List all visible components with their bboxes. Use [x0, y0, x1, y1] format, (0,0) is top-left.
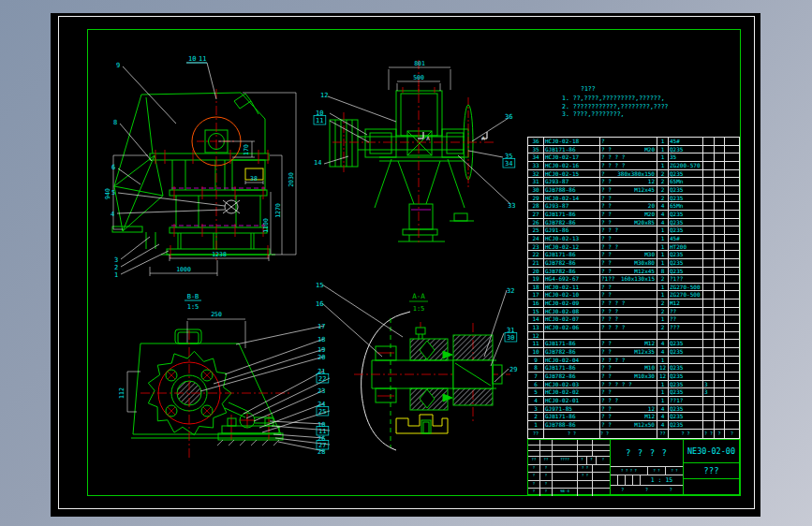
bom-header-cell: ? ? — [600, 430, 657, 438]
cad-viewport: { "notes": { "title": "?1??", "lines": [… — [0, 0, 812, 526]
bom-row: 34HCJ0-02-17? ? ? ?135 — [528, 153, 739, 162]
bom-row: 23HCJ0-02-12? ? ?1HT200 — [528, 243, 739, 252]
bom-row: 11GJB171-86? ?M124Q235 — [528, 340, 739, 348]
bom-row: 19HG4-692-67?1??160x130x152?1?? — [528, 275, 739, 284]
stage-mark-cell — [633, 475, 641, 485]
stage-cell: ? ? ? ? — [611, 467, 648, 475]
technical-notes: ?1?? 1. ??,????,?????????,??????,2. ????… — [562, 85, 702, 118]
stage-mark-cell — [626, 475, 633, 485]
titleblock-middle: ? ? ? ? ? ? ? ?? ?? ? 1 : 15 ??? — [610, 440, 683, 494]
bom-row: 13HCJ0-02-06? ? ? ?2??? — [528, 324, 739, 332]
bom-row: 36HCJ0-02-18?145# — [528, 138, 739, 146]
bom-row: 35GJB171-86? ?M201Q235 — [528, 146, 739, 154]
note-line: 3. ????,????????, — [562, 110, 702, 118]
bom-row: 8GJB171-86? ?M1012Q235 — [528, 364, 739, 373]
stage-cell: ? ? — [666, 467, 683, 475]
bom-row: 26GJB782-86? ?M20x854Q235 — [528, 219, 739, 227]
sheet-count-cell: ? — [621, 486, 624, 494]
notes-title: ?1?? — [581, 85, 702, 93]
titleblock-row: ?? — [528, 481, 610, 489]
bom-row: 9HCJ0-02-04? ? ? ?1 — [528, 357, 739, 365]
bom-row: 22GJB171-86? ?M301Q235 — [528, 251, 739, 259]
bom-row: 17HCJ0-02-10? ?1ZG270-500 — [528, 291, 739, 300]
sheet-name: ??? — [684, 463, 739, 479]
bom-row: 21GJB782-86? ?M30x801Q235 — [528, 259, 739, 268]
bom-header-cell: ? — [725, 430, 739, 438]
bom-row: 33HCJ0-02-16? ? ? ?1ZG200-570 — [528, 162, 739, 170]
bom-row: 4HCJ0-02-01? ? ?1??1? — [528, 397, 739, 405]
scale-value: 1 : 15 — [641, 475, 683, 485]
bom-row: 18HCJ0-02-11? ?1ZG270-500 — [528, 284, 739, 292]
bom-row: 30GJB788-86? ?M12x452Q235 — [528, 186, 739, 195]
titleblock-row: ??? ? — [528, 465, 610, 473]
bom-header-row: ??? ?? ???? ?? ??? — [527, 429, 740, 439]
bom-row: 3GJ971-85? ?124Q235 — [528, 405, 739, 414]
sheet-count-cell: ? — [670, 486, 672, 494]
bom-row: 5HCJ0-02-02? ?1Q2353 — [528, 388, 739, 397]
bom-row: 12 — [528, 332, 739, 341]
bom-row: 27GJB171-86? ?M204Q235 — [528, 211, 739, 219]
stage-cell: ? ? — [648, 467, 666, 475]
bom-row: 24HCJ0-02-13? ?145# — [528, 235, 739, 243]
bom-header-cell: ? — [715, 430, 725, 438]
bom-row: 10GJB782-86? ?M12x354Q235 — [528, 348, 739, 357]
bom-row: 31GJ93-87? ?12265Mn — [528, 178, 739, 186]
title-block: ?????????????? ???? ?????98-4 ? ? ? ? ? … — [527, 439, 740, 495]
stage-row: ? ? ? ?? ?? ? — [611, 467, 683, 475]
titleblock-row: ??? ? — [528, 473, 610, 480]
bom-row: 2GJB171-86? ?M124Q235 — [528, 413, 739, 421]
bom-row: 7GJB782-86? ?M10x3012Q235 — [528, 373, 739, 381]
bom-row: 25GJ91-86? ? ?1Q235 — [528, 226, 739, 235]
empty-cell — [684, 479, 739, 494]
bom-header-cell: ?? — [528, 430, 544, 438]
drawing-number: NE30-02-00 — [684, 440, 739, 463]
note-line: 1. ??,????,?????????,??????, — [562, 95, 702, 102]
sheet-count-cell: ? — [645, 486, 648, 494]
tb-bottom-row: ??? — [611, 486, 683, 494]
scale-row: 1 : 15 — [611, 475, 683, 486]
main-title: ? ? ? ? — [611, 440, 683, 467]
bom-row: 16HCJ0-02-09? ? ? ?2M12 — [528, 300, 739, 308]
stage-mark-cell — [618, 475, 626, 485]
bom-row: 20GJB782-86? ?M12x458Q235 — [528, 268, 739, 276]
bom-header-cell: ?? — [657, 430, 669, 438]
stage-mark-cell — [611, 475, 618, 485]
titleblock-row: ??????????? — [528, 457, 610, 465]
titleblock-left: ?????????????? ???? ?????98-4 — [528, 440, 610, 494]
bom-header-cell: ? ? — [703, 430, 715, 438]
bom-row: 14HCJ0-02-07? ? ?1?? — [528, 315, 739, 324]
bom-row: 28GJ93-87? ?20465Mn — [528, 202, 739, 211]
bom-header-cell: ? ? — [544, 430, 600, 438]
bom-row: 32HCJ0-02-15?380x380x1502Q235 — [528, 170, 739, 179]
bom-row: 29HCJ0-02-14? ?2Q235 — [528, 195, 739, 203]
bom-row: 15HCJ0-02-08? ? ?2?? — [528, 308, 739, 316]
titleblock-row: ??98-4 — [528, 489, 610, 496]
bom-table: 36HCJ0-02-18?145#35GJB171-86? ?M201Q2353… — [527, 137, 740, 431]
bom-row: 6HCJ0-02-03? ? ? ? ?1Q2353 — [528, 381, 739, 389]
bom-header-cell: ? ? — [669, 430, 703, 438]
titleblock-right: NE30-02-00 ??? — [683, 440, 739, 494]
note-line: 2. ????????????,????????,???? — [562, 103, 702, 110]
notes-lines: 1. ??,????,?????????,??????,2. ?????????… — [562, 95, 702, 118]
